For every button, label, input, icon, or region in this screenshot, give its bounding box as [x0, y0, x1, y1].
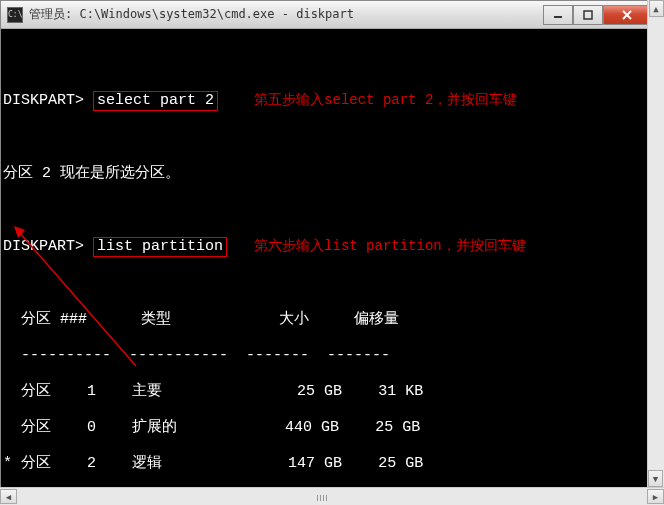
svg-rect-1 [584, 11, 592, 19]
app-icon: C:\ [7, 7, 23, 23]
cmd-list-partition: list partition [93, 237, 227, 257]
scroll-down-button[interactable]: ▼ [648, 470, 663, 487]
titlebar[interactable]: C:\ 管理员: C:\Windows\system32\cmd.exe - d… [1, 1, 653, 29]
cmd-window: C:\ 管理员: C:\Windows\system32\cmd.exe - d… [0, 0, 654, 490]
close-button[interactable] [603, 5, 651, 25]
prompt: DISKPART> [3, 92, 84, 109]
table-row: * 分区 2 逻辑 147 GB 25 GB [3, 455, 653, 473]
table-row: 分区 0 扩展的 440 GB 25 GB [3, 419, 653, 437]
annotation-step6: 第六步输入list partition，并按回车键 [254, 238, 526, 254]
cmd-select-part: select part 2 [93, 91, 218, 111]
scrollbar-vertical[interactable]: ▲ ▼ [647, 0, 664, 487]
maximize-button[interactable] [573, 5, 603, 25]
scrollbar-horizontal[interactable]: ◀ ▶ [0, 487, 664, 505]
annotation-step5: 第五步输入select part 2，并按回车键 [254, 92, 517, 108]
console-output[interactable]: DISKPART> select part 2 第五步输入select part… [1, 29, 653, 505]
scroll-right-button[interactable]: ▶ [647, 489, 664, 504]
part-table-header: 分区 ### 类型 大小 偏移量 [3, 311, 653, 329]
scroll-left-button[interactable]: ◀ [0, 489, 17, 504]
window-title: 管理员: C:\Windows\system32\cmd.exe - diskp… [29, 6, 543, 23]
table-row: 分区 1 主要 25 GB 31 KB [3, 383, 653, 401]
scroll-up-button[interactable]: ▲ [649, 0, 664, 17]
resize-grip-icon [317, 495, 347, 498]
minimize-button[interactable] [543, 5, 573, 25]
window-buttons [543, 5, 651, 25]
response-selected: 分区 2 现在是所选分区。 [3, 165, 653, 183]
